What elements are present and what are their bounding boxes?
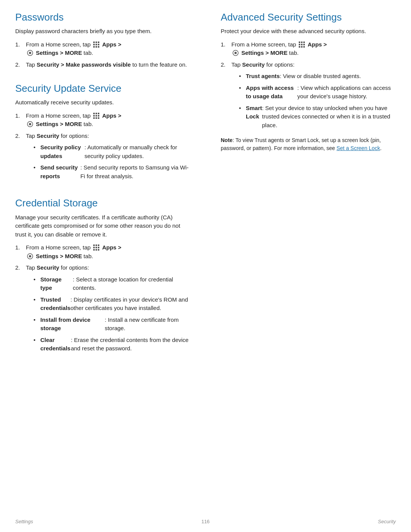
bullet-send-reports: Send security reports: Send security rep… xyxy=(33,163,190,181)
passwords-desc: Display password characters briefly as y… xyxy=(15,27,190,36)
svg-rect-0 xyxy=(93,42,95,43)
advanced-note: Note: To view Trust agents or Smart Lock… xyxy=(221,136,396,152)
footer-center: 116 xyxy=(201,519,210,524)
svg-rect-35 xyxy=(303,42,305,43)
security-update-step-2: 2. Tap Security for options: Security po… xyxy=(15,132,190,184)
settings-more-label-3: Settings > MORE xyxy=(36,253,82,259)
svg-rect-33 xyxy=(299,42,300,43)
svg-rect-26 xyxy=(96,247,97,248)
note-label: Note xyxy=(221,137,233,143)
apps-label-3: Apps > xyxy=(102,244,121,251)
svg-rect-17 xyxy=(93,117,95,119)
advanced-bullets: Trust agents: View or disable trusted ag… xyxy=(239,72,396,129)
security-step2-bold: Security xyxy=(37,133,59,139)
svg-rect-16 xyxy=(98,115,99,117)
bullet-label-storage-type: Storage type xyxy=(40,275,73,292)
step-content-2c: Tap Security for options: Storage type: … xyxy=(26,264,190,356)
bullet-apps-usage: Apps with access to usage data: View whi… xyxy=(239,84,396,101)
svg-rect-22 xyxy=(93,244,95,246)
bullet-smart-lock: Smart Lock: Set your device to stay unlo… xyxy=(239,104,396,130)
settings-more-label-4: Settings > MORE xyxy=(241,50,287,56)
credential-storage-section: Credential Storage Manage your security … xyxy=(15,197,190,356)
apps-label-2: Apps > xyxy=(102,112,121,119)
svg-rect-12 xyxy=(96,113,97,114)
bullet-label-smart-lock: Smart Lock xyxy=(246,104,262,121)
passwords-steps: 1. From a Home screen, tap xyxy=(15,40,190,69)
step-num-1c: 1. xyxy=(15,243,26,252)
svg-rect-5 xyxy=(98,44,99,45)
credential-step2-bold: Security xyxy=(37,264,59,271)
svg-rect-40 xyxy=(301,46,303,48)
svg-rect-13 xyxy=(98,113,99,114)
step-content-1c: From a Home screen, tap xyxy=(26,243,190,260)
svg-rect-2 xyxy=(98,42,99,43)
step-num-1b: 1. xyxy=(15,112,26,120)
bullet-label-security-policy: Security policy updates xyxy=(40,143,84,160)
step-content-2d: Tap Security for options: Trust agents: … xyxy=(231,61,396,133)
right-column: Advanced Security Settings Protect your … xyxy=(206,11,396,509)
apps-icon-4 xyxy=(298,41,305,48)
credential-storage-steps: 1. From a Home screen, tap xyxy=(15,243,190,356)
set-screen-lock-link[interactable]: Set a Screen Lock xyxy=(336,145,380,151)
svg-rect-29 xyxy=(96,249,97,251)
svg-rect-8 xyxy=(98,46,99,48)
advanced-security-desc: Protect your device with these advanced … xyxy=(221,27,396,36)
settings-icon-3 xyxy=(27,253,33,260)
bullet-storage-type: Storage type: Select a storage location … xyxy=(33,275,190,292)
apps-icon xyxy=(93,41,100,48)
svg-rect-24 xyxy=(98,244,99,246)
bullet-label-trust-agents: Trust agents xyxy=(246,72,280,81)
step-num-1d: 1. xyxy=(221,40,231,49)
svg-rect-36 xyxy=(299,44,300,45)
svg-rect-38 xyxy=(303,44,305,45)
step-content-2b: Tap Security for options: Security polic… xyxy=(26,132,190,184)
advanced-security-title: Advanced Security Settings xyxy=(221,11,396,23)
step-num-2b: 2. xyxy=(15,132,26,141)
bullet-label-send-reports: Send security reports xyxy=(40,163,80,181)
bullet-security-policy: Security policy updates: Automatically o… xyxy=(33,143,190,160)
svg-rect-14 xyxy=(93,115,95,117)
credential-step-2: 2. Tap Security for options: Storage typ… xyxy=(15,264,190,356)
security-update-section: Security Update Service Automatically re… xyxy=(15,83,190,184)
step-content-2: Tap Security > Make passwords visible to… xyxy=(26,61,190,69)
svg-rect-41 xyxy=(303,46,305,48)
left-column: Passwords Display password characters br… xyxy=(15,11,206,509)
svg-rect-19 xyxy=(98,117,99,119)
apps-label: Apps > xyxy=(102,41,121,48)
step-num-2c: 2. xyxy=(15,264,26,272)
step-content-1: From a Home screen, tap xyxy=(26,40,190,58)
svg-rect-28 xyxy=(93,249,95,251)
bullet-install-storage: Install from device storage: Install a n… xyxy=(33,316,190,333)
credential-step-1: 1. From a Home screen, tap xyxy=(15,243,190,260)
page: Passwords Display password characters br… xyxy=(0,0,411,532)
svg-point-43 xyxy=(234,52,237,54)
advanced-step-2: 2. Tap Security for options: Trust agent… xyxy=(221,61,396,133)
bullet-label-trusted-credentials: Trusted credentials xyxy=(40,296,70,313)
advanced-step-1: 1. From a Home screen, tap xyxy=(221,40,396,58)
credential-bullets: Storage type: Select a storage location … xyxy=(33,275,190,353)
apps-icon-2 xyxy=(93,112,100,119)
svg-rect-30 xyxy=(98,249,99,251)
svg-rect-4 xyxy=(96,44,97,45)
svg-rect-18 xyxy=(96,117,97,119)
settings-icon-4 xyxy=(232,50,239,56)
svg-rect-37 xyxy=(301,44,303,45)
security-update-step-1: 1. From a Home screen, tap xyxy=(15,112,190,129)
svg-rect-1 xyxy=(96,42,97,43)
svg-rect-7 xyxy=(96,46,97,48)
svg-rect-34 xyxy=(301,42,303,43)
step-num-2: 2. xyxy=(15,61,26,69)
svg-rect-3 xyxy=(93,44,95,45)
security-update-steps: 1. From a Home screen, tap xyxy=(15,112,190,184)
advanced-security-section: Advanced Security Settings Protect your … xyxy=(221,11,396,152)
step-content-1b: From a Home screen, tap xyxy=(26,112,190,129)
bullet-clear-credentials: Clear credentials: Erase the credential … xyxy=(33,336,190,353)
settings-icon xyxy=(27,50,33,56)
passwords-section: Passwords Display password characters br… xyxy=(15,11,190,69)
footer-right: Security xyxy=(378,519,396,524)
settings-more-label: Settings > MORE xyxy=(36,50,82,56)
settings-more-label-2: Settings > MORE xyxy=(36,121,82,127)
svg-rect-25 xyxy=(93,247,95,248)
svg-point-32 xyxy=(29,255,31,257)
advanced-security-steps: 1. From a Home screen, tap xyxy=(221,40,396,133)
